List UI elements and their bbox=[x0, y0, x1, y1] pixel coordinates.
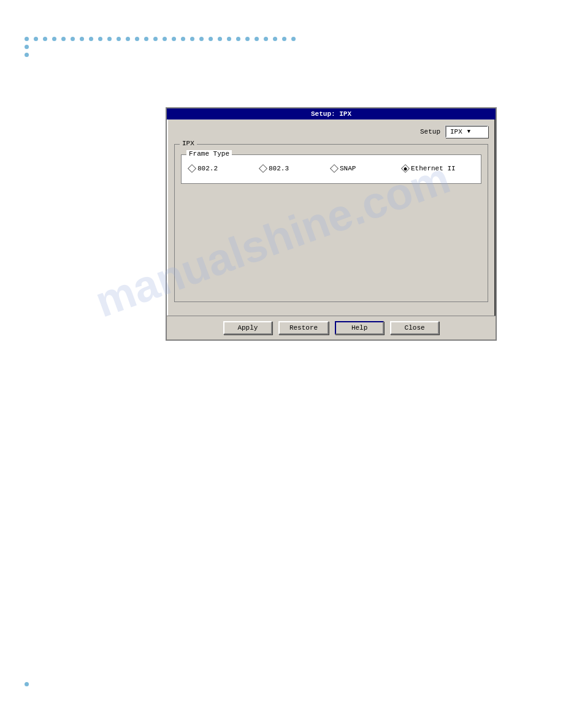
dot bbox=[172, 37, 176, 41]
decorative-dot-bottom bbox=[25, 682, 29, 686]
setup-row: Setup IPX ▼ bbox=[174, 126, 488, 138]
dots-row-3 bbox=[25, 53, 296, 57]
dot bbox=[25, 53, 29, 57]
frame-type-radio-row: 802.2 802.3 SNAP Ethernet II bbox=[189, 161, 473, 176]
ipx-group-box: IPX Frame Type 802.2 802.3 S bbox=[174, 144, 488, 302]
close-button[interactable]: Close bbox=[390, 321, 439, 335]
radio-option-802-2[interactable]: 802.2 bbox=[189, 165, 260, 172]
radio-label-802-3: 802.3 bbox=[269, 165, 289, 172]
dialog-title: Setup: IPX bbox=[311, 110, 351, 118]
dot bbox=[25, 37, 29, 41]
setup-dropdown-value: IPX bbox=[450, 128, 462, 135]
dot bbox=[227, 37, 231, 41]
frame-type-label: Frame Type bbox=[186, 150, 232, 157]
dot bbox=[80, 37, 84, 41]
radio-label-ethernet-ii: Ethernet II bbox=[411, 165, 456, 172]
dot bbox=[282, 37, 286, 41]
radio-option-ethernet-ii[interactable]: Ethernet II bbox=[402, 165, 473, 172]
dot bbox=[43, 37, 47, 41]
dot bbox=[34, 37, 38, 41]
dot bbox=[25, 45, 29, 49]
dot bbox=[245, 37, 250, 41]
dot bbox=[107, 37, 112, 41]
button-row: Apply Restore Help Close bbox=[167, 316, 496, 339]
setup-label: Setup bbox=[420, 128, 440, 135]
radio-btn-802-2[interactable] bbox=[188, 164, 196, 173]
radio-btn-ethernet-ii[interactable] bbox=[401, 164, 410, 173]
dot bbox=[89, 37, 93, 41]
dots-row-1 bbox=[25, 37, 296, 41]
decorative-dots-top bbox=[25, 37, 296, 57]
dot bbox=[209, 37, 213, 41]
dot bbox=[144, 37, 148, 41]
dropdown-arrow-icon: ▼ bbox=[467, 129, 470, 135]
radio-label-snap: SNAP bbox=[340, 165, 356, 172]
dot bbox=[273, 37, 277, 41]
dot bbox=[117, 37, 121, 41]
dot bbox=[236, 37, 240, 41]
dot bbox=[218, 37, 222, 41]
dot bbox=[291, 37, 296, 41]
frame-type-group-box: Frame Type 802.2 802.3 SNAP bbox=[181, 154, 481, 184]
radio-btn-802-3[interactable] bbox=[259, 164, 267, 173]
dot bbox=[52, 37, 56, 41]
dialog-body: Setup IPX ▼ IPX Frame Type 802.2 bbox=[167, 119, 496, 316]
radio-option-802-3[interactable]: 802.3 bbox=[260, 165, 331, 172]
dots-row-2 bbox=[25, 45, 296, 49]
dot bbox=[199, 37, 204, 41]
dot bbox=[98, 37, 102, 41]
dot bbox=[71, 37, 75, 41]
restore-button[interactable]: Restore bbox=[278, 321, 329, 335]
dot bbox=[135, 37, 139, 41]
radio-btn-snap[interactable] bbox=[330, 164, 339, 173]
apply-button[interactable]: Apply bbox=[223, 321, 272, 335]
dot bbox=[181, 37, 185, 41]
ipx-group-label: IPX bbox=[180, 140, 197, 147]
dialog-title-bar: Setup: IPX bbox=[167, 108, 496, 119]
content-spacer bbox=[181, 184, 481, 294]
dialog-window: Setup: IPX Setup IPX ▼ IPX Frame Type 80… bbox=[166, 107, 497, 341]
help-button[interactable]: Help bbox=[335, 321, 384, 335]
dot bbox=[126, 37, 130, 41]
dot bbox=[163, 37, 167, 41]
dot bbox=[190, 37, 194, 41]
dot bbox=[61, 37, 66, 41]
dot bbox=[255, 37, 259, 41]
radio-option-snap[interactable]: SNAP bbox=[331, 165, 402, 172]
radio-label-802-2: 802.2 bbox=[197, 165, 218, 172]
setup-dropdown[interactable]: IPX ▼ bbox=[445, 126, 488, 138]
dot bbox=[153, 37, 158, 41]
dot bbox=[264, 37, 268, 41]
